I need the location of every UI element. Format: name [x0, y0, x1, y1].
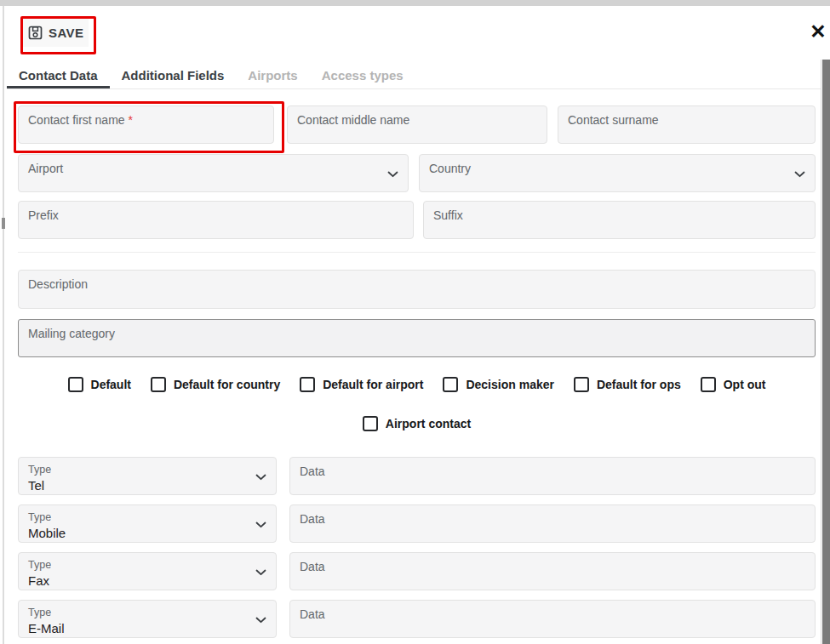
data-label: Data: [300, 560, 325, 573]
scrollbar-track[interactable]: [821, 60, 830, 644]
checkbox-default-box[interactable]: [68, 377, 83, 392]
chevron-down-icon: [255, 564, 266, 579]
checkbox-default-for-ops[interactable]: Default for ops: [574, 377, 681, 392]
chevron-down-icon: [255, 516, 266, 532]
checkbox-opt-out-box[interactable]: [701, 377, 716, 392]
tab-bar: Contact Data Additional Fields Airports …: [7, 65, 830, 89]
type-value-mobile: Mobile: [28, 525, 266, 541]
left-edge-handle: [2, 218, 5, 229]
prefix-label: Prefix: [28, 208, 59, 222]
data-label: Data: [300, 512, 325, 526]
tab-access-types[interactable]: Access types: [310, 65, 415, 88]
required-asterisk: *: [129, 113, 133, 127]
contact-data-field-2[interactable]: Data: [289, 504, 816, 543]
checkbox-default-for-country-box[interactable]: [151, 377, 166, 392]
checkbox-default-label: Default: [91, 378, 131, 391]
checkbox-default-for-country-label: Default for country: [174, 378, 280, 391]
checkbox-opt-out-label: Opt out: [724, 378, 766, 391]
checkbox-default-for-country[interactable]: Default for country: [151, 377, 280, 392]
type-label: Type: [28, 511, 266, 523]
window-top-edge: [0, 0, 830, 6]
checkbox-decision-maker-box[interactable]: [443, 377, 458, 392]
checkbox-default-for-airport[interactable]: Default for airport: [300, 377, 423, 392]
description-field[interactable]: Description: [18, 270, 816, 309]
flags-checkbox-row: Default Default for country Default for …: [18, 377, 816, 392]
left-edge-divider: [3, 6, 4, 644]
tab-additional-fields[interactable]: Additional Fields: [110, 65, 237, 88]
contact-surname-field[interactable]: Contact surname: [558, 105, 816, 144]
checkbox-default-for-airport-box[interactable]: [300, 377, 315, 392]
contact-middle-name-label: Contact middle name: [297, 113, 409, 127]
airport-select[interactable]: Airport: [18, 154, 409, 192]
checkbox-decision-maker[interactable]: Decision maker: [443, 377, 554, 392]
data-label: Data: [300, 464, 325, 478]
checkbox-default-for-ops-label: Default for ops: [597, 378, 681, 391]
type-label: Type: [28, 559, 266, 571]
contact-data-field-1[interactable]: Data: [289, 457, 816, 495]
contact-type-select-3[interactable]: Type Fax: [18, 552, 277, 590]
description-label: Description: [28, 277, 88, 291]
checkbox-airport-contact[interactable]: Airport contact: [363, 416, 471, 431]
contact-middle-name-field[interactable]: Contact middle name: [287, 105, 547, 144]
close-button[interactable]: ✕: [805, 19, 830, 44]
contact-edit-dialog: SAVE ✕ Contact Data Additional Fields Ai…: [0, 0, 830, 644]
suffix-field[interactable]: Suffix: [423, 201, 816, 239]
chevron-down-icon: [255, 612, 266, 627]
chevron-down-icon: [794, 166, 805, 181]
mailing-category-select[interactable]: Mailing category: [18, 319, 816, 357]
checkbox-airport-contact-box[interactable]: [363, 416, 378, 431]
save-icon: [28, 26, 43, 40]
contact-type-select-2[interactable]: Type Mobile: [18, 504, 277, 543]
contact-type-select-1[interactable]: Type Tel: [18, 457, 277, 495]
checkbox-default-for-ops-box[interactable]: [574, 377, 589, 392]
close-icon: ✕: [810, 20, 826, 43]
checkbox-decision-maker-label: Decision maker: [466, 378, 554, 391]
scrollbar-thumb[interactable]: [822, 60, 830, 644]
contact-first-name-label: Contact first name *: [28, 113, 133, 127]
contact-surname-label: Contact surname: [568, 113, 659, 127]
checkbox-opt-out[interactable]: Opt out: [701, 377, 766, 392]
country-label: Country: [429, 162, 471, 175]
prefix-field[interactable]: Prefix: [18, 201, 414, 239]
chevron-down-icon: [387, 166, 398, 181]
tab-contact-data[interactable]: Contact Data: [7, 65, 110, 88]
contact-type-select-4[interactable]: Type E-Mail: [18, 600, 277, 638]
contact-first-name-field[interactable]: Contact first name *: [18, 105, 274, 144]
contact-data-field-4[interactable]: Data: [289, 600, 816, 638]
mailing-category-label: Mailing category: [28, 327, 115, 340]
data-label: Data: [300, 607, 325, 621]
contact-data-field-3[interactable]: Data: [289, 552, 816, 590]
airport-label: Airport: [28, 162, 63, 175]
type-label: Type: [28, 464, 266, 476]
type-value-fax: Fax: [28, 573, 266, 589]
checkbox-airport-contact-label: Airport contact: [386, 417, 471, 430]
chevron-down-icon: [255, 469, 266, 484]
section-divider: [18, 252, 816, 253]
suffix-label: Suffix: [433, 208, 463, 222]
type-label: Type: [28, 607, 266, 618]
tab-airports[interactable]: Airports: [236, 65, 309, 88]
checkbox-default-for-airport-label: Default for airport: [323, 378, 423, 391]
type-value-email: E-Mail: [28, 620, 266, 636]
save-label: SAVE: [49, 26, 83, 40]
airport-contact-row: Airport contact: [18, 416, 816, 431]
save-button[interactable]: SAVE: [23, 19, 89, 47]
type-value-tel: Tel: [28, 477, 266, 493]
checkbox-default[interactable]: Default: [68, 377, 131, 392]
country-select[interactable]: Country: [419, 154, 816, 192]
